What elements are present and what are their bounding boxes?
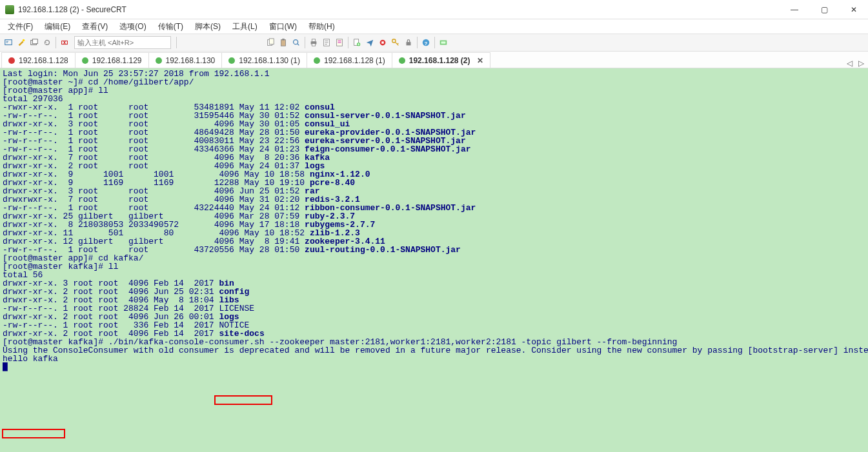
app-icon (5, 5, 14, 14)
status-dot-icon (82, 57, 88, 64)
svg-rect-24 (441, 41, 446, 44)
svg-point-1 (23, 39, 25, 42)
options-icon[interactable] (334, 37, 345, 48)
svg-rect-11 (312, 39, 315, 42)
tab-0[interactable]: 192.168.1.128 (1, 52, 76, 68)
tabbar: 192.168.1.128 192.168.1.129 192.168.1.13… (0, 52, 868, 68)
tab-right-arrow-icon[interactable]: ▷ (855, 59, 867, 68)
status-dot-icon (156, 57, 162, 64)
toolbar: ? (0, 34, 868, 52)
menu-file[interactable]: 文件(F) (3, 20, 38, 34)
terminal[interactable]: Last login: Mon Jun 25 23:57:27 2018 fro… (0, 68, 868, 452)
tab-label: 192.168.1.128 (19, 56, 68, 65)
svg-rect-20 (407, 42, 411, 45)
separator (305, 37, 305, 48)
reconnect-icon[interactable] (41, 37, 53, 48)
window-title: 192.168.1.128 (2) - SecureCRT (18, 5, 785, 14)
menu-script[interactable]: 脚本(S) (190, 20, 226, 34)
status-dot-icon (399, 57, 405, 64)
svg-point-9 (294, 40, 298, 44)
stop-icon[interactable] (377, 37, 389, 48)
disconnect-icon[interactable] (59, 37, 70, 48)
window-controls: — ▢ ✕ (785, 3, 863, 16)
separator (348, 37, 348, 48)
print-icon[interactable] (308, 37, 319, 48)
sessions-icon[interactable] (28, 37, 40, 48)
svg-rect-6 (269, 39, 274, 44)
menu-help[interactable]: 帮助(H) (303, 20, 340, 34)
separator (434, 37, 435, 48)
separator (176, 37, 177, 48)
separator (56, 37, 56, 48)
properties-icon[interactable] (321, 37, 332, 48)
svg-rect-3 (32, 39, 37, 44)
filename: zuul-routing-0.0.1-SNAPSHOT.jar (305, 245, 461, 255)
connect-icon[interactable] (3, 37, 14, 48)
menu-window[interactable]: 窗口(W) (264, 20, 302, 34)
titlebar: 192.168.1.128 (2) - SecureCRT — ▢ ✕ (0, 0, 868, 19)
minimize-button[interactable]: — (785, 3, 803, 16)
new-icon[interactable] (351, 37, 363, 48)
find-icon[interactable] (290, 37, 302, 48)
output-line: hello kafka (3, 354, 58, 364)
tab-3[interactable]: 192.168.1.130 (1) (221, 52, 307, 68)
highlight-box-consumer (214, 395, 272, 405)
close-button[interactable]: ✕ (845, 3, 863, 16)
svg-rect-8 (282, 39, 285, 41)
menu-view[interactable]: 查看(V) (77, 20, 113, 34)
separator (417, 37, 418, 48)
status-dot-icon (8, 57, 15, 64)
menu-tools[interactable]: 工具(L) (227, 20, 263, 34)
tab-4[interactable]: 192.168.1.128 (1) (307, 52, 392, 68)
line: Using the ConsoleConsumer with old consu… (3, 346, 868, 355)
tab-label: 192.168.1.130 (166, 56, 216, 65)
tab-label: 192.168.1.128 (2) (409, 56, 470, 65)
menu-option[interactable]: 选项(O) (114, 20, 151, 34)
tab-2[interactable]: 192.168.1.130 (148, 52, 223, 68)
maximize-button[interactable]: ▢ (815, 3, 833, 16)
svg-text:?: ? (425, 41, 428, 46)
svg-rect-0 (5, 40, 12, 45)
tab-label: 192.168.1.130 (1) (239, 56, 300, 65)
send-icon[interactable] (364, 37, 376, 48)
highlight-box-hello (2, 429, 65, 438)
status-dot-icon (314, 57, 320, 64)
svg-rect-7 (281, 40, 286, 46)
menubar: 文件(F) 编辑(E) 查看(V) 选项(O) 传输(T) 脚本(S) 工具(L… (0, 19, 868, 34)
status-dot-icon (228, 57, 235, 64)
tab-label: 192.168.1.129 (92, 56, 142, 65)
tab-label: 192.168.1.128 (1) (324, 56, 385, 65)
svg-rect-12 (312, 44, 315, 46)
tab-1[interactable]: 192.168.1.129 (75, 52, 149, 68)
lock-icon[interactable] (403, 37, 414, 48)
tab-5[interactable]: 192.168.1.128 (2)✕ (392, 52, 490, 68)
quickconnect-icon[interactable] (15, 37, 27, 48)
host-input[interactable] (74, 36, 171, 49)
menu-edit[interactable]: 编辑(E) (39, 20, 76, 34)
toggle-icon[interactable] (438, 37, 449, 48)
menu-transfer[interactable]: 传输(T) (153, 20, 188, 34)
svg-rect-18 (381, 41, 384, 44)
copy-icon[interactable] (265, 37, 276, 48)
tab-close-icon[interactable]: ✕ (477, 56, 483, 65)
paste-icon[interactable] (278, 37, 289, 48)
tab-left-arrow-icon[interactable]: ◁ (843, 59, 855, 68)
key-icon[interactable] (390, 37, 401, 48)
cursor: █ (3, 362, 8, 372)
help-icon[interactable]: ? (420, 37, 432, 48)
